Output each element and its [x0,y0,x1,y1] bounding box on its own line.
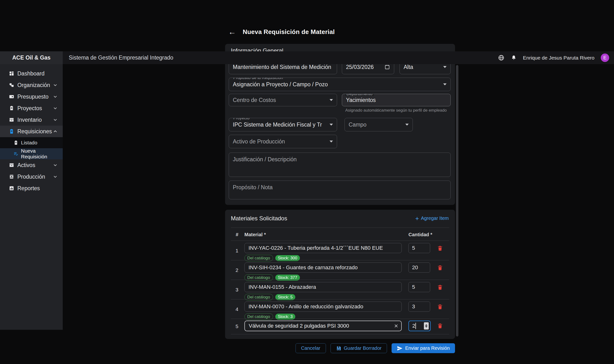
project-label: Proyecto [232,118,251,120]
content-scrollbar[interactable] [456,65,458,337]
sidebar-item-proyectos[interactable]: Proyectos [0,103,63,114]
quantity-input-4[interactable] [408,301,430,312]
quantity-input-1[interactable] [408,243,430,253]
calendar-icon[interactable] [384,64,390,70]
bell-icon [511,55,517,61]
delete-row-button[interactable] [436,263,445,273]
purpose-select[interactable]: Propósito de la Requisición * Asignación… [229,78,451,91]
sidebar-item-presupuesto[interactable]: Presupuesto [0,91,63,103]
sidebar-item-produccion[interactable]: Producción [0,171,63,182]
user-name: Enrique de Jesus Paruta Rivero [523,55,595,61]
clear-material-button[interactable] [393,323,399,329]
trash-icon [437,304,443,310]
delete-row-button[interactable] [436,283,445,292]
cancel-label: Cancelar [301,345,320,351]
app-bar-main: Sistema de Gestión Empresarial Integrado… [63,51,614,64]
delete-row-button[interactable] [436,302,445,312]
project-value: IPC Sistema de Medición Fiscal y Transfe… [233,121,322,128]
sidebar-item-organizacion[interactable]: Organización [0,79,63,91]
page-title: Nueva Requisición de Material [243,28,335,36]
chevron-down-icon [443,83,447,85]
form-actions: Cancelar Guardar Borrador Enviar para Re… [225,343,455,353]
department-label: Departamento [345,94,374,96]
quantity-input-2[interactable] [408,262,430,273]
justification-textarea[interactable]: Justificación / Descripción [229,153,451,177]
cost-center-placeholder: Centro de Costos [233,97,276,104]
avatar[interactable]: E [601,53,609,62]
sidebar-item-activos[interactable]: Activos [0,159,63,171]
production-asset-select[interactable]: Activo de Producción [229,135,337,148]
language-button[interactable] [498,54,505,61]
material-input-1[interactable] [244,243,402,253]
app-subtitle: Sistema de Gestión Empresarial Integrado [69,54,173,61]
project-select[interactable]: Proyecto IPC Sistema de Medición Fiscal … [229,118,337,131]
cost-center-select[interactable]: Centro de Costos [229,94,337,106]
chevron-down-icon [405,124,409,126]
sidebar: Dashboard Organización Presupuesto Proye… [0,64,63,330]
production-asset-placeholder: Activo de Producción [233,138,285,145]
sidebar-item-label: Producción [17,174,45,180]
sidebar-item-inventario[interactable]: Inventario [0,114,63,126]
material-input-2[interactable] [244,262,402,273]
reports-icon [9,186,14,191]
organization-icon [9,82,14,88]
sidebar-item-reportes[interactable]: Reportes [0,182,63,194]
general-info-card: Información General Mantenimiento del Si… [225,44,455,205]
brand: ACE Oil & Gas [0,51,63,64]
quantity-input-5[interactable]: 2 [408,321,431,331]
requisitions-submenu: Listado Nueva Requisición [0,137,63,159]
notifications-button[interactable] [511,55,517,61]
material-input-4[interactable] [244,301,402,312]
department-value: Yacimientos [346,97,376,104]
quantity-input-3[interactable] [408,282,430,292]
divider [231,319,449,319]
delete-row-button[interactable] [436,321,445,330]
number-stepper[interactable] [424,322,429,329]
save-icon [336,346,341,351]
materials-card: Materiales Solicitados + Agregar Item # … [225,210,455,339]
field-select[interactable]: Campo [345,118,413,131]
sidebar-item-listado[interactable]: Listado [0,137,63,148]
sidebar-item-nueva-requisicion[interactable]: Nueva Requisición [0,148,63,159]
production-icon [9,174,14,179]
chevron-down-icon [53,117,58,122]
chevron-down-icon [330,141,333,143]
stepper-up-icon [425,324,427,326]
sidebar-item-dashboard[interactable]: Dashboard [0,68,63,79]
column-qty: Cantidad * [408,232,432,237]
priority-value: Alta [404,64,413,70]
sidebar-item-label: Organización [17,82,50,89]
text-cursor [415,323,416,329]
material-input-3[interactable] [244,282,402,292]
budget-icon [9,94,14,99]
chevron-down-icon [53,174,58,179]
material-input-5[interactable] [249,323,393,329]
note-placeholder: Propósito / Nota [233,184,273,191]
save-draft-button[interactable]: Guardar Borrador [331,343,387,353]
row-number: 5 [234,324,240,329]
sidebar-item-label: Requisiciones [17,128,52,135]
note-textarea[interactable]: Propósito / Nota [229,181,451,199]
purpose-label: Propósito de la Requisición * [232,78,287,80]
add-item-button[interactable]: + Agregar Item [415,216,449,221]
divider [231,299,449,299]
cancel-button[interactable]: Cancelar [295,343,326,353]
plus-icon: + [415,216,419,221]
sidebar-item-requisiciones[interactable]: Requisiciones [0,126,63,137]
materials-heading: Materiales Solicitados [231,215,287,222]
trash-icon [437,323,443,329]
material-input-5-wrapper [244,321,402,331]
purpose-value: Asignación a Proyecto / Campo / Pozo [233,81,328,88]
close-icon [393,323,399,329]
chevron-down-icon [53,105,58,111]
row-number: 4 [234,306,240,312]
field-placeholder: Campo [349,121,366,128]
divider [231,334,449,334]
sidebar-item-label: Reportes [17,185,40,192]
back-button[interactable]: ← [227,27,237,37]
submit-button[interactable]: Enviar para Revisión [392,343,455,353]
quantity-value: 2 [412,323,415,329]
sidebar-item-label: Presupuesto [17,93,49,100]
sidebar-item-label: Listado [21,140,37,146]
delete-row-button[interactable] [436,244,445,253]
